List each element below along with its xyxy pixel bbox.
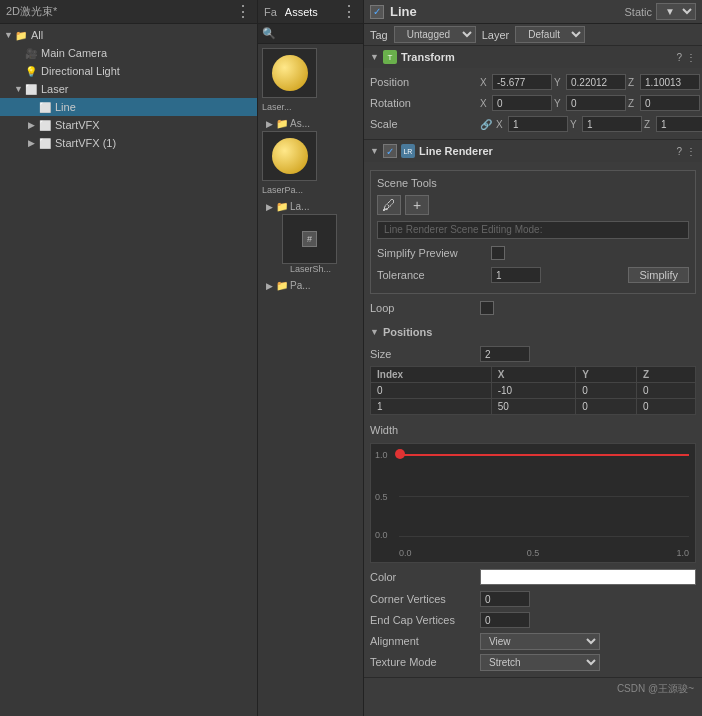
- position-label: Position: [370, 76, 480, 88]
- col-header-index: Index: [371, 367, 492, 383]
- position-fields: X Y Z: [480, 74, 700, 90]
- hierarchy-item-startvfx[interactable]: ▶ ⬜ StartVFX: [0, 116, 257, 134]
- scale-x-input[interactable]: [508, 116, 568, 132]
- hierarchy-item-laser[interactable]: ▼ ⬜ Laser: [0, 80, 257, 98]
- width-line: [399, 454, 689, 456]
- corner-vertices-label: Corner Vertices: [370, 593, 480, 605]
- pos-index-0: 0: [371, 383, 492, 399]
- tag-select[interactable]: Untagged: [394, 26, 476, 43]
- asset-item-laserpa[interactable]: [262, 131, 359, 181]
- folder-arrow-icon: ▶: [266, 119, 276, 129]
- asset-label-lasersh: LaserSh...: [290, 264, 331, 274]
- folder-label: La...: [290, 201, 309, 212]
- corner-vertices-input[interactable]: [480, 591, 530, 607]
- assets-panel: Fa Assets ⋮ 🔍 Laser... ▶ 📁 As...: [258, 0, 364, 716]
- asset-label-laserpa: LaserPa...: [262, 185, 359, 195]
- folder-arrow-icon: ▶: [266, 202, 276, 212]
- asset-folder-la[interactable]: ▶ 📁 La...: [262, 199, 359, 214]
- width-dot[interactable]: [395, 449, 405, 459]
- asset-folder-pa[interactable]: ▶ 📁 Pa...: [262, 278, 359, 293]
- position-x-input[interactable]: [492, 74, 552, 90]
- transform-menu-btn[interactable]: ⋮: [686, 52, 696, 63]
- width-graph[interactable]: 1.0 0.5 0.0 0.0 0.5 1.0: [370, 443, 696, 563]
- positions-header[interactable]: ▼ Positions: [370, 322, 696, 342]
- hierarchy-item-line[interactable]: ⬜ Line: [0, 98, 257, 116]
- rotation-z-input[interactable]: [640, 95, 700, 111]
- loop-checkbox[interactable]: [480, 301, 494, 315]
- color-label: Color: [370, 571, 480, 583]
- transform-header[interactable]: ▼ T Transform ? ⋮: [364, 46, 702, 68]
- assets-menu-icon[interactable]: ⋮: [341, 2, 357, 21]
- tolerance-input[interactable]: [491, 267, 541, 283]
- static-dropdown[interactable]: ▼: [656, 3, 696, 20]
- rotation-row: Rotation X Y Z: [370, 93, 696, 113]
- simplify-preview-row: Simplify Preview: [377, 243, 689, 263]
- rotation-y-input[interactable]: [566, 95, 626, 111]
- alignment-select[interactable]: View: [480, 633, 600, 650]
- static-label: Static: [624, 6, 652, 18]
- size-input[interactable]: [480, 346, 530, 362]
- texture-mode-row: Texture Mode Stretch: [370, 652, 696, 672]
- scale-label: Scale: [370, 118, 480, 130]
- hierarchy-label: All: [31, 29, 43, 41]
- assets-tab-assets[interactable]: Assets: [285, 6, 318, 18]
- simplify-button[interactable]: Simplify: [628, 267, 689, 283]
- hierarchy-item-startvfx1[interactable]: ▶ ⬜ StartVFX (1): [0, 134, 257, 152]
- tolerance-row: Tolerance Simplify: [377, 265, 689, 285]
- active-checkbox[interactable]: ✓: [370, 5, 384, 19]
- positions-section: ▼ Positions Size Index X Y Z: [370, 322, 696, 415]
- table-row: 1 50 0 0: [371, 399, 696, 415]
- simplify-preview-checkbox[interactable]: [491, 246, 505, 260]
- width-x-label-mid: 0.5: [527, 548, 540, 558]
- folder-icon: 📁: [276, 280, 288, 291]
- asset-folder-as[interactable]: ▶ 📁 As...: [262, 116, 359, 131]
- transform-help-btn[interactable]: ?: [676, 52, 682, 63]
- position-y-input[interactable]: [566, 74, 626, 90]
- line-icon: ⬜: [38, 100, 52, 114]
- hierarchy-item-directional-light[interactable]: 💡 Directional Light: [0, 62, 257, 80]
- assets-tab-fa[interactable]: Fa: [264, 6, 277, 18]
- object-name: Line: [390, 4, 624, 19]
- hierarchy-menu-icon[interactable]: ⋮: [235, 2, 251, 21]
- asset-item-lasersh[interactable]: # LaserSh...: [262, 214, 359, 274]
- hierarchy-label: StartVFX (1): [55, 137, 116, 149]
- transform-title: Transform: [401, 51, 677, 63]
- line-renderer-header[interactable]: ▼ ✓ LR Line Renderer ? ⋮: [364, 140, 702, 162]
- color-swatch[interactable]: [480, 569, 696, 585]
- scale-y-input[interactable]: [582, 116, 642, 132]
- end-cap-vertices-input[interactable]: [480, 612, 530, 628]
- pos-y-0: 0: [576, 383, 637, 399]
- layer-select[interactable]: Default: [515, 26, 585, 43]
- lr-menu-btn[interactable]: ⋮: [686, 146, 696, 157]
- scale-z-input[interactable]: [656, 116, 702, 132]
- grid-line-mid: [399, 496, 689, 497]
- texture-mode-select[interactable]: Stretch: [480, 654, 600, 671]
- lr-active-checkbox[interactable]: ✓: [383, 144, 397, 158]
- scene-tools-btn1[interactable]: 🖊: [377, 195, 401, 215]
- scene-tools-btn2[interactable]: +: [405, 195, 429, 215]
- hierarchy-item-main-camera[interactable]: 🎥 Main Camera: [0, 44, 257, 62]
- size-label: Size: [370, 348, 480, 360]
- hierarchy-item-all[interactable]: ▼ 📁 All: [0, 26, 257, 44]
- simplify-preview-label: Simplify Preview: [377, 247, 487, 259]
- rotation-fields: X Y Z: [480, 95, 700, 111]
- arrow-icon: ▶: [28, 138, 38, 148]
- folder-label: As...: [290, 118, 310, 129]
- col-header-z: Z: [637, 367, 696, 383]
- editing-mode-label: Line Renderer Scene Editing Mode:: [384, 224, 542, 235]
- lr-help-btn[interactable]: ?: [676, 146, 682, 157]
- asset-thumb-area: Laser... ▶ 📁 As... LaserPa... ▶ 📁 La...: [258, 44, 363, 297]
- width-y-label-top: 1.0: [375, 450, 388, 460]
- tag-label: Tag: [370, 29, 388, 41]
- lr-actions: ? ⋮: [676, 146, 696, 157]
- editing-mode-bar: Line Renderer Scene Editing Mode:: [377, 221, 689, 239]
- hierarchy-label: StartVFX: [55, 119, 100, 131]
- asset-item-laser[interactable]: [262, 48, 359, 98]
- search-input[interactable]: [278, 28, 359, 39]
- hierarchy-label: Laser: [41, 83, 69, 95]
- positions-title: Positions: [383, 326, 433, 338]
- assets-search-bar: 🔍: [258, 24, 363, 44]
- rotation-x-input[interactable]: [492, 95, 552, 111]
- end-cap-vertices-row: End Cap Vertices: [370, 610, 696, 630]
- position-z-input[interactable]: [640, 74, 700, 90]
